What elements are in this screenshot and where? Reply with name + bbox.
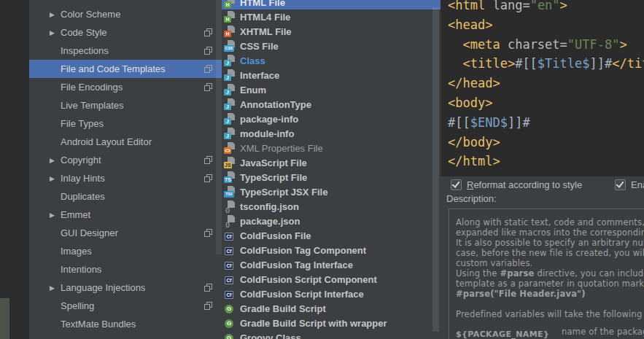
file-type-badge: J bbox=[224, 133, 231, 139]
settings-tree-item-label: Code Style bbox=[61, 27, 204, 38]
file-type-badge: Cf bbox=[225, 276, 233, 284]
template-list-item[interactable]: {} tsconfig.json bbox=[222, 199, 441, 214]
template-list-item[interactable]: J Enum bbox=[222, 82, 441, 97]
template-list-item[interactable]: G Gradle Build Script with wrapper bbox=[222, 316, 441, 330]
template-name: HTML4 File bbox=[240, 12, 290, 23]
template-list-item[interactable]: TSX TypeScript JSX File bbox=[222, 184, 441, 199]
code-lines: <html lang="en"><head> <meta charset="UT… bbox=[448, 0, 644, 171]
template-code-editor[interactable]: <html lang="en"><head> <meta charset="UT… bbox=[441, 0, 644, 176]
file-type-badge: G bbox=[225, 319, 233, 328]
template-list-item[interactable]: {} package.json bbox=[222, 214, 441, 228]
template-list-item[interactable]: Cf ColdFusion Script Interface bbox=[222, 287, 441, 301]
template-list-item[interactable]: JS JavaScript File bbox=[222, 155, 441, 170]
template-list-item[interactable]: Cf ColdFusion Tag Component bbox=[222, 243, 441, 257]
file-type-icon: CSS bbox=[224, 40, 236, 52]
settings-tree-item[interactable]: ▶ Code Style bbox=[29, 23, 222, 42]
file-type-icon: H bbox=[224, 26, 236, 37]
template-name: AnnotationType bbox=[240, 99, 311, 110]
settings-dialog: { "colors": { "selection_blue": "#4b6eaf… bbox=[0, 0, 644, 339]
file-type-badge: H bbox=[224, 1, 231, 8]
settings-tree-item-label: File Encodings bbox=[61, 82, 204, 93]
file-type-icon: Cf bbox=[224, 288, 236, 300]
settings-tree-item[interactable]: ▶ Inspections bbox=[29, 42, 222, 60]
template-list-item[interactable]: Cf ColdFusion Tag Interface bbox=[222, 257, 441, 272]
template-list-item[interactable]: J package-info bbox=[222, 112, 441, 126]
settings-tree-item[interactable]: ▶ Emmet bbox=[29, 206, 222, 224]
template-name: ColdFusion Script Interface bbox=[240, 289, 364, 300]
template-list-item[interactable]: J Class bbox=[222, 53, 441, 68]
file-type-icon: Cf bbox=[224, 230, 236, 241]
template-list-item[interactable]: G Groovy Class bbox=[222, 330, 441, 339]
template-list-item[interactable]: J AnnotationType bbox=[222, 97, 441, 112]
settings-tree-item[interactable]: ▶ File and Code Templates bbox=[29, 60, 222, 78]
settings-tree: ▶ Color Scheme ▶ Code Style ▶ Inspection… bbox=[29, 0, 222, 339]
file-type-icon: J bbox=[224, 69, 236, 81]
file-type-badge: H bbox=[224, 16, 231, 23]
settings-tree-item[interactable]: ▶ File Encodings bbox=[29, 78, 222, 96]
settings-tree-item-label: Live Templates bbox=[61, 100, 204, 111]
enable-live-templates-checkbox[interactable] bbox=[615, 179, 626, 190]
settings-tree-item[interactable]: ▶ Live Templates bbox=[29, 96, 222, 114]
chevron-right-icon: ▶ bbox=[50, 157, 61, 164]
template-list-item[interactable]: CSS CSS File bbox=[222, 39, 441, 53]
template-list-scrollbar-thumb[interactable] bbox=[432, 7, 439, 332]
settings-tree-item[interactable]: ▶ Language Injections bbox=[29, 278, 222, 297]
template-list-item[interactable]: H XHTML File bbox=[222, 24, 441, 39]
file-type-icon: Cf bbox=[224, 259, 236, 270]
settings-tree-item[interactable]: ▶ TextMate Bundles bbox=[29, 315, 222, 333]
settings-tree-item[interactable]: ▶ Inlay Hints bbox=[29, 169, 222, 187]
template-list-item[interactable]: Cf ColdFusion File bbox=[222, 228, 441, 243]
template-list-item[interactable]: <> XML Properties File bbox=[222, 141, 441, 155]
file-type-icon: J bbox=[224, 128, 236, 139]
template-name: ColdFusion Tag Component bbox=[240, 245, 366, 256]
settings-tree-item-label: Copyright bbox=[61, 155, 204, 165]
file-type-icon: {} bbox=[224, 215, 236, 227]
template-list-item[interactable]: Cf ColdFusion Script Component bbox=[222, 272, 441, 287]
reformat-checkbox[interactable] bbox=[451, 179, 462, 190]
template-list-item[interactable]: H HTML File bbox=[222, 0, 441, 9]
overridden-settings-icon bbox=[204, 284, 212, 292]
template-name: Enum bbox=[240, 85, 266, 96]
overridden-settings-icon bbox=[204, 83, 212, 91]
settings-tree-item-label: Inspections bbox=[61, 45, 204, 56]
settings-tree-item-label: TextMate Bundles bbox=[61, 319, 204, 330]
settings-tree-item[interactable]: ▶ Intentions bbox=[29, 260, 222, 278]
reformat-option[interactable]: Reformat according to style bbox=[451, 179, 582, 190]
file-type-icon: J bbox=[224, 113, 236, 125]
file-type-icon: J bbox=[224, 98, 236, 110]
template-list-item[interactable]: TS TypeScript File bbox=[222, 170, 441, 184]
chevron-right-icon: ▶ bbox=[50, 11, 61, 18]
enable-live-templates-option[interactable]: Ena bbox=[615, 179, 644, 190]
settings-tree-item[interactable]: ▶ Copyright bbox=[29, 151, 222, 169]
template-list-item[interactable]: G Gradle Build Script bbox=[222, 301, 441, 316]
file-type-badge: J bbox=[224, 60, 231, 66]
settings-tree-item[interactable]: ▶ Color Scheme bbox=[29, 5, 222, 23]
chevron-right-icon: ▶ bbox=[50, 284, 61, 292]
settings-tree-item[interactable]: ▶ Images bbox=[29, 242, 222, 260]
file-type-icon: H bbox=[224, 0, 236, 8]
template-list-item[interactable]: J Interface bbox=[222, 68, 441, 82]
template-list-item[interactable]: J module-info bbox=[222, 126, 441, 141]
file-type-badge: Cf bbox=[225, 262, 233, 270]
overridden-settings-icon bbox=[204, 174, 212, 182]
settings-tree-item[interactable]: ▶ Spelling bbox=[29, 297, 222, 315]
settings-tree-item-label: File and Code Templates bbox=[61, 63, 204, 74]
settings-tree-item[interactable]: ▶ File Types bbox=[29, 114, 222, 133]
reformat-label: Reformat according to style bbox=[467, 179, 582, 190]
template-name: CSS File bbox=[240, 41, 279, 52]
template-name: Gradle Build Script bbox=[240, 303, 326, 314]
settings-tree-item[interactable]: ▶ GUI Designer bbox=[29, 224, 222, 242]
file-type-badge: CSS bbox=[224, 45, 234, 52]
file-type-icon: H bbox=[224, 11, 236, 23]
overridden-settings-icon bbox=[204, 65, 212, 73]
file-type-badge: Cf bbox=[225, 247, 233, 255]
settings-tree-item[interactable]: ▶ Duplicates bbox=[29, 187, 222, 206]
file-type-badge: J bbox=[224, 74, 231, 81]
file-type-badge: G bbox=[225, 334, 233, 339]
settings-tree-item[interactable]: ▶ Android Layout Editor bbox=[29, 133, 222, 151]
settings-tree-item-label: GUI Designer bbox=[61, 227, 204, 238]
window-edge-background bbox=[0, 298, 9, 339]
template-list-item[interactable]: H HTML4 File bbox=[222, 9, 441, 24]
overridden-settings-icon bbox=[204, 302, 212, 310]
description-box: Along with static text, code and comment… bbox=[449, 209, 644, 339]
